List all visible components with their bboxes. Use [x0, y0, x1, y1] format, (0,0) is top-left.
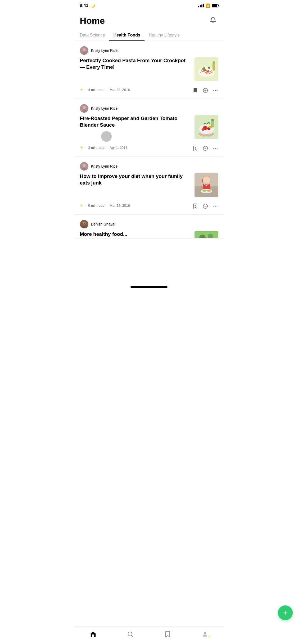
article-date: Apr 1, 2016 — [110, 146, 127, 150]
list-item[interactable]: Kristy Lynn Rice Fire-Roasted Pepper and… — [75, 99, 224, 157]
starred-icon: ✦ — [80, 145, 83, 150]
avatar — [80, 162, 88, 171]
minus-button[interactable] — [202, 88, 208, 93]
article-thumbnail — [195, 173, 218, 197]
moon-icon: 🌙 — [91, 3, 95, 8]
svg-point-8 — [205, 72, 207, 73]
article-title-partial: More healthy food... — [80, 231, 191, 238]
svg-rect-12 — [213, 61, 215, 63]
svg-point-1 — [83, 48, 86, 51]
article-meta-row: ✦ · 3 min read · Apr 1, 2016 — [80, 142, 218, 151]
svg-rect-11 — [213, 63, 215, 71]
minus-button[interactable] — [202, 145, 208, 151]
minus-button[interactable] — [202, 203, 208, 209]
svg-rect-61 — [195, 231, 218, 238]
article-meta-row: ✦ · 9 min read · Mar 22, 2016 — [80, 200, 218, 209]
svg-point-38 — [83, 164, 86, 167]
article-actions — [192, 88, 218, 93]
list-item[interactable]: Denish Ghayal More healthy food... — [75, 215, 224, 238]
article-list: Kristy Lynn Rice Perfectly Cooked Pasta … — [75, 41, 224, 238]
author-row: Kristy Lynn Rice — [80, 104, 218, 113]
tab-health-foods[interactable]: Health Foods — [109, 30, 145, 41]
svg-rect-29 — [211, 119, 214, 121]
svg-point-52 — [213, 206, 214, 207]
avatar — [80, 104, 88, 113]
article-content: Perfectly Cooked Pasta From Your Crockpo… — [80, 57, 218, 81]
tab-data-science[interactable]: Data Science — [80, 30, 109, 41]
author-row: Kristy Lynn Rice — [80, 46, 218, 55]
svg-point-15 — [213, 90, 214, 91]
read-time: 4 min read — [88, 88, 104, 92]
svg-point-47 — [207, 190, 211, 191]
svg-point-26 — [202, 128, 204, 131]
svg-point-19 — [83, 106, 86, 109]
more-button[interactable] — [213, 203, 218, 209]
article-date: Mar 22, 2016 — [110, 204, 130, 208]
article-thumbnail-partial — [195, 231, 218, 238]
home-indicator — [75, 281, 224, 290]
bell-icon — [210, 17, 216, 25]
header: Home — [75, 10, 224, 30]
battery-icon — [212, 4, 218, 7]
article-title: Perfectly Cooked Pasta From Your Crockpo… — [80, 57, 191, 70]
svg-point-53 — [215, 206, 216, 207]
svg-point-45 — [202, 190, 207, 192]
article-thumbnail — [195, 115, 218, 139]
tabs-container: Data Science Health Foods Healthy Lifest… — [75, 30, 224, 41]
svg-point-34 — [213, 148, 214, 149]
starred-icon: ✦ — [80, 88, 83, 92]
article-content: How to improve your diet when your famil… — [80, 173, 218, 197]
author-name: Kristy Lynn Rice — [91, 48, 118, 53]
svg-point-7 — [207, 70, 209, 72]
article-date: Mar 28, 2016 — [110, 88, 130, 92]
author-name: Kristy Lynn Rice — [91, 164, 118, 168]
author-name: Kristy Lynn Rice — [91, 106, 118, 111]
svg-point-54 — [217, 206, 218, 207]
svg-point-36 — [217, 148, 218, 149]
bookmark-add-button[interactable] — [192, 203, 198, 209]
avatar — [80, 220, 88, 228]
starred-icon: ✦ — [80, 203, 83, 208]
page-title: Home — [80, 16, 105, 26]
author-row: Kristy Lynn Rice — [80, 162, 218, 171]
article-title: Fire-Roasted Pepper and Garden Tomato Bl… — [80, 115, 191, 128]
article-meta-row: ✦ · 4 min read · Mar 28, 2016 — [80, 84, 218, 93]
signal-icon — [198, 4, 204, 7]
list-item[interactable]: Kristy Lynn Rice Perfectly Cooked Pasta … — [75, 41, 224, 99]
avatar — [80, 46, 88, 55]
wifi-icon: 📶 — [206, 3, 210, 8]
more-button[interactable] — [213, 88, 218, 93]
svg-point-16 — [215, 90, 216, 91]
author-row: Denish Ghayal — [80, 220, 218, 228]
status-icons: 📶 — [198, 3, 218, 8]
read-time: 3 min read — [88, 146, 104, 150]
status-time-area: 9:41 🌙 — [80, 3, 95, 8]
loading-indicator — [101, 131, 112, 142]
article-thumbnail — [195, 57, 218, 81]
svg-point-35 — [215, 148, 216, 149]
more-button[interactable] — [213, 145, 218, 151]
read-time: 9 min read — [88, 204, 104, 208]
article-actions — [192, 145, 218, 151]
author-name: Denish Ghayal — [91, 222, 115, 226]
article-title: How to improve your diet when your famil… — [80, 173, 191, 186]
status-time: 9:41 — [80, 3, 88, 8]
svg-point-17 — [217, 90, 218, 91]
status-bar: 9:41 🌙 📶 — [75, 0, 224, 10]
notification-button[interactable] — [208, 15, 218, 26]
bookmark-button[interactable] — [192, 88, 198, 93]
tab-healthy-lifestyle[interactable]: Healthy Lifestyle — [145, 30, 184, 41]
bookmark-add-button[interactable] — [192, 145, 198, 151]
article-actions — [192, 203, 218, 209]
list-item[interactable]: Kristy Lynn Rice How to improve your die… — [75, 157, 224, 215]
svg-rect-28 — [211, 120, 214, 127]
article-content: Fire-Roasted Pepper and Garden Tomato Bl… — [80, 115, 218, 139]
